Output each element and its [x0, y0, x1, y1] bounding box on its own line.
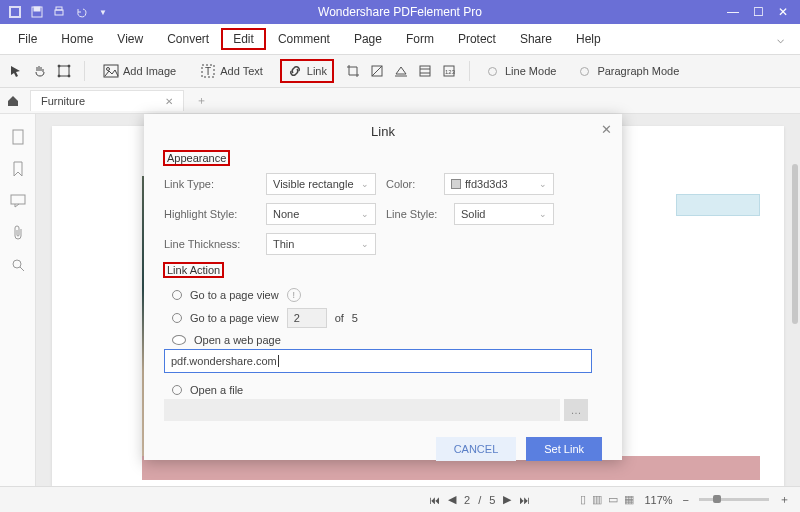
menu-help[interactable]: Help: [564, 28, 613, 50]
image-icon: [103, 63, 119, 79]
edit-toolbar: Add Image T Add Text Link 123 Line Mode …: [0, 54, 800, 88]
link-annotation-preview[interactable]: [676, 194, 760, 216]
grid-view-icon[interactable]: ▦: [624, 493, 634, 506]
menu-page[interactable]: Page: [342, 28, 394, 50]
vertical-scrollbar[interactable]: [792, 164, 798, 324]
title-bar: ▼ Wondershare PDFelement Pro ― ☐ ✕: [0, 0, 800, 24]
url-input[interactable]: pdf.wondershare.com: [164, 349, 592, 373]
svg-line-16: [372, 66, 382, 76]
next-page-icon[interactable]: ▶: [503, 493, 511, 506]
goto-page-radio[interactable]: [172, 313, 182, 323]
zoom-slider[interactable]: [699, 498, 769, 501]
continuous-icon[interactable]: ▥: [592, 493, 602, 506]
page-number-input[interactable]: 2: [287, 308, 327, 328]
undo-icon[interactable]: [74, 5, 88, 19]
menu-edit[interactable]: Edit: [221, 28, 266, 50]
bates-icon[interactable]: 123: [441, 63, 457, 79]
zoom-in-icon[interactable]: ＋: [779, 492, 790, 507]
edit-object-icon[interactable]: [56, 63, 72, 79]
svg-point-12: [107, 68, 110, 71]
background-icon[interactable]: [393, 63, 409, 79]
svg-rect-1: [11, 8, 19, 16]
file-path-input[interactable]: [164, 399, 560, 421]
svg-rect-24: [11, 195, 25, 204]
qat-dropdown-icon[interactable]: ▼: [96, 5, 110, 19]
goto-view-label: Go to a page view: [190, 289, 279, 301]
status-bar: ⏮ ◀ 2 / 5 ▶ ⏭ ▯ ▥ ▭ ▦ 117% − ＋: [0, 486, 800, 512]
paragraph-mode-radio[interactable]: Paragraph Mode: [574, 62, 685, 80]
dialog-title: Link: [371, 124, 395, 139]
info-icon[interactable]: !: [287, 288, 301, 302]
document-tabbar: Furniture ✕ ＋: [0, 88, 800, 114]
line-thickness-select[interactable]: Thin⌄: [266, 233, 376, 255]
home-tab-icon[interactable]: [6, 94, 24, 108]
menu-convert[interactable]: Convert: [155, 28, 221, 50]
tab-close-icon[interactable]: ✕: [165, 96, 173, 107]
svg-rect-18: [420, 66, 430, 76]
search-panel-icon[interactable]: [9, 256, 27, 274]
page-total: 5: [489, 494, 495, 506]
page-current[interactable]: 2: [464, 494, 470, 506]
menu-view[interactable]: View: [105, 28, 155, 50]
browse-file-button[interactable]: …: [564, 399, 588, 421]
svg-rect-6: [59, 66, 69, 76]
menu-file[interactable]: File: [6, 28, 49, 50]
line-mode-radio[interactable]: Line Mode: [482, 62, 562, 80]
menu-protect[interactable]: Protect: [446, 28, 508, 50]
bookmarks-icon[interactable]: [9, 160, 27, 178]
watermark-icon[interactable]: [369, 63, 385, 79]
single-page-icon[interactable]: ▯: [580, 493, 586, 506]
open-web-radio[interactable]: [172, 335, 186, 345]
first-page-icon[interactable]: ⏮: [429, 494, 440, 506]
link-icon: [287, 63, 303, 79]
select-tool-icon[interactable]: [8, 63, 24, 79]
thumbnails-icon[interactable]: [9, 128, 27, 146]
link-button[interactable]: Link: [281, 60, 333, 82]
minimize-button[interactable]: ―: [727, 5, 739, 19]
link-dialog: Link ✕ Appearance Link Type: Visible rec…: [144, 114, 622, 460]
hand-tool-icon[interactable]: [32, 63, 48, 79]
color-select[interactable]: ffd3d3d3⌄: [444, 173, 554, 195]
header-footer-icon[interactable]: [417, 63, 433, 79]
open-file-radio[interactable]: [172, 385, 182, 395]
menu-comment[interactable]: Comment: [266, 28, 342, 50]
svg-text:123: 123: [445, 69, 456, 75]
comments-icon[interactable]: [9, 192, 27, 210]
svg-rect-5: [56, 7, 62, 10]
app-icon: [8, 5, 22, 19]
text-icon: T: [200, 63, 216, 79]
svg-point-8: [68, 65, 70, 67]
chevron-down-icon: ⌄: [361, 209, 369, 219]
app-title: Wondershare PDFelement Pro: [318, 5, 482, 19]
add-text-button[interactable]: T Add Text: [194, 60, 269, 82]
print-icon[interactable]: [52, 5, 66, 19]
last-page-icon[interactable]: ⏭: [519, 494, 530, 506]
collapse-ribbon-icon[interactable]: ⌵: [767, 28, 794, 50]
menu-form[interactable]: Form: [394, 28, 446, 50]
goto-view-radio[interactable]: [172, 290, 182, 300]
close-button[interactable]: ✕: [778, 5, 788, 19]
maximize-button[interactable]: ☐: [753, 5, 764, 19]
total-pages: 5: [352, 312, 358, 324]
prev-page-icon[interactable]: ◀: [448, 493, 456, 506]
set-link-button[interactable]: Set Link: [526, 437, 602, 461]
menu-share[interactable]: Share: [508, 28, 564, 50]
cancel-button[interactable]: CANCEL: [436, 437, 517, 461]
two-page-icon[interactable]: ▭: [608, 493, 618, 506]
new-tab-button[interactable]: ＋: [190, 93, 213, 108]
line-style-label: Line Style:: [386, 208, 444, 220]
document-tab[interactable]: Furniture ✕: [30, 90, 184, 111]
attachments-icon[interactable]: [9, 224, 27, 242]
svg-point-7: [58, 65, 60, 67]
link-label: Link: [307, 65, 327, 77]
highlight-style-select[interactable]: None⌄: [266, 203, 376, 225]
link-type-select[interactable]: Visible rectangle⌄: [266, 173, 376, 195]
crop-icon[interactable]: [345, 63, 361, 79]
add-image-button[interactable]: Add Image: [97, 60, 182, 82]
dialog-close-icon[interactable]: ✕: [601, 122, 612, 137]
zoom-out-icon[interactable]: −: [683, 494, 689, 506]
svg-point-9: [58, 75, 60, 77]
save-icon[interactable]: [30, 5, 44, 19]
line-style-select[interactable]: Solid⌄: [454, 203, 554, 225]
menu-home[interactable]: Home: [49, 28, 105, 50]
